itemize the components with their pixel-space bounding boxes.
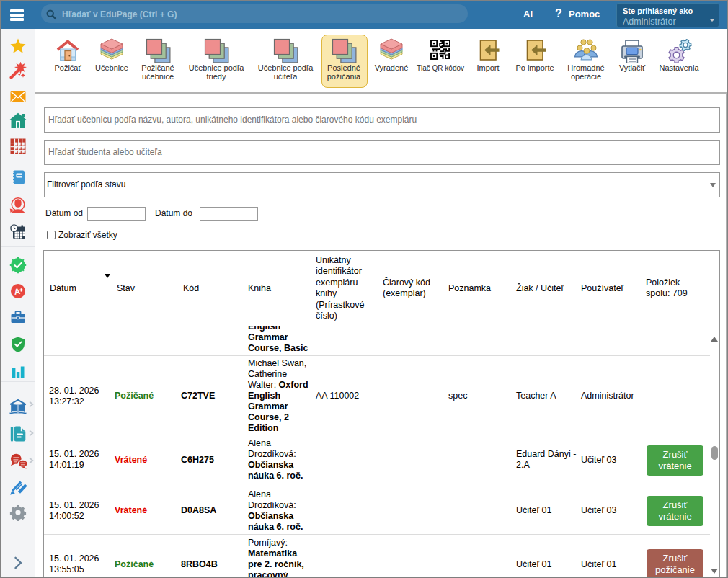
svg-text:A: A: [14, 287, 21, 296]
